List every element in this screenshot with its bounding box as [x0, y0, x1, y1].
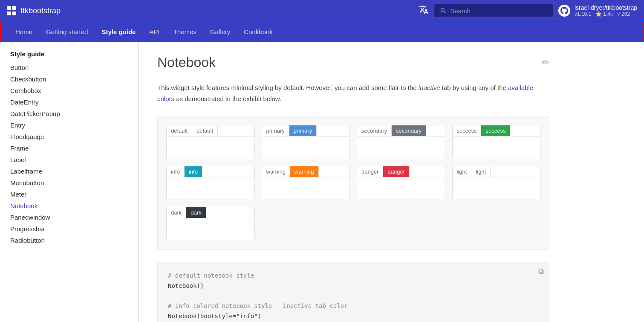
translate-icon[interactable]	[419, 5, 429, 17]
desc-part3: as demonstrated in the exhibit below.	[176, 95, 281, 102]
nb-tab-danger-2[interactable]: danger	[383, 166, 409, 177]
nb-tabs-success: success success	[453, 125, 540, 136]
sidebar-item-label[interactable]: Label	[10, 154, 126, 165]
sidebar-item-labelframe[interactable]: Labelframe	[10, 165, 126, 177]
sidebar-item-radiobutton[interactable]: Radiobutton	[10, 235, 126, 246]
copy-icon[interactable]: ⧉	[538, 267, 544, 276]
code-comment-1: # default notebook style	[168, 272, 254, 279]
logo-text: ttkbootstrap	[20, 6, 61, 15]
navbar: Home Getting started Style guide API The…	[0, 21, 644, 42]
repo-details: israel-dryer/ttkbootstrap v1.10.1 ⭐ 1.4k…	[575, 4, 637, 17]
repo-version: v1.10.1	[575, 11, 591, 17]
nb-tabs-primary: primary primary	[262, 125, 350, 136]
nb-tab-success-2[interactable]: success	[481, 125, 510, 136]
sidebar-item-panedwindow[interactable]: Panedwindow	[10, 212, 126, 223]
nb-body-danger	[357, 177, 445, 200]
sidebar-item-dateentry[interactable]: DateEntry	[10, 96, 126, 108]
nb-tab-light-1[interactable]: light	[453, 166, 472, 177]
sidebar-item-floodgauge[interactable]: Floodgauge	[10, 131, 126, 142]
nav-item-getting-started[interactable]: Getting started	[40, 26, 94, 38]
nb-tab-primary-1[interactable]: primary	[262, 125, 289, 136]
nb-tab-info-1[interactable]: info	[167, 166, 185, 177]
repo-meta: v1.10.1 ⭐ 1.4k ⑂ 262	[575, 11, 637, 17]
repo-name: israel-dryer/ttkbootstrap	[575, 4, 637, 11]
nb-tab-light-2[interactable]: light	[471, 166, 491, 177]
sidebar-item-button[interactable]: Button	[10, 62, 126, 73]
nb-tab-danger-1[interactable]: danger	[357, 166, 383, 177]
nav-item-api[interactable]: API	[143, 26, 165, 38]
nb-tab-dark-2[interactable]: dark	[186, 207, 206, 218]
sidebar-item-progressbar[interactable]: Progressbar	[10, 223, 126, 235]
main-content: Notebook ✏ This widget style features mi…	[140, 42, 566, 322]
nav-item-gallery[interactable]: Gallery	[204, 26, 237, 38]
code-block: ⧉ # default notebook style Notebook() # …	[157, 262, 549, 322]
nb-tabs-info: info info	[167, 166, 254, 177]
nb-body-default	[167, 136, 254, 159]
search-input[interactable]	[450, 7, 547, 15]
nb-tab-warning-1[interactable]: warning	[262, 166, 291, 177]
code-content: # default notebook style Notebook() # in…	[168, 271, 539, 322]
nb-tab-secondary-1[interactable]: secondary	[357, 125, 392, 136]
nb-tab-default-1[interactable]: default	[167, 125, 192, 136]
nb-tabs-dark: dark dark	[167, 207, 254, 218]
nb-body-success	[453, 136, 540, 159]
nb-tab-default-2[interactable]: default	[192, 125, 218, 136]
nb-tabs-default: default default	[167, 125, 254, 136]
nb-tab-primary-2[interactable]: primary	[289, 125, 317, 136]
sidebar-item-checkbutton[interactable]: Checkbutton	[10, 73, 126, 85]
desc-italic: inactive	[419, 84, 440, 91]
desc-part1: This widget style features minimal styli…	[157, 84, 417, 91]
page-title: Notebook	[157, 55, 216, 70]
nb-tab-success-1[interactable]: success	[453, 125, 482, 136]
nb-tab-warning-2[interactable]: warning	[290, 166, 319, 177]
page-layout: Style guide Button Checkbutton Combobox …	[0, 42, 644, 322]
nav-item-themes[interactable]: Themes	[167, 26, 202, 38]
code-comment-2: # info colored notebook style - inactive…	[168, 302, 347, 309]
description: This widget style features minimal styli…	[157, 82, 549, 104]
sidebar-item-menubutton[interactable]: Menubutton	[10, 177, 126, 189]
repo-stars: ⭐ 1.4k	[595, 11, 613, 17]
nav-item-style-guide[interactable]: Style guide	[95, 26, 142, 38]
nb-body-dark	[167, 218, 254, 241]
logo[interactable]: ttkbootstrap	[7, 6, 61, 15]
nb-card-dark: dark dark	[166, 207, 255, 241]
logo-grid-icon	[7, 6, 16, 15]
notebook-grid: default default primary primary	[166, 125, 540, 241]
edit-icon[interactable]: ✏	[542, 57, 549, 68]
nb-tabs-secondary: secondary secondary	[357, 125, 445, 136]
page-title-row: Notebook ✏	[157, 55, 549, 70]
nb-card-light: light light	[452, 166, 541, 200]
nb-body-light	[453, 177, 540, 200]
sidebar: Style guide Button Checkbutton Combobox …	[0, 42, 136, 322]
code-line-4: Notebook(bootstyle="info")	[168, 313, 261, 319]
nb-tabs-danger: danger danger	[357, 166, 445, 177]
nb-card-default: default default	[166, 125, 255, 159]
nb-card-info: info info	[166, 166, 255, 200]
code-line-2: Notebook()	[168, 282, 204, 289]
sidebar-item-combobox[interactable]: Combobox	[10, 85, 126, 96]
sidebar-item-datepickerpopup[interactable]: DatePickerPopup	[10, 108, 126, 119]
sidebar-divider	[138, 42, 139, 322]
notebook-demo: default default primary primary	[157, 116, 549, 250]
sidebar-section-title: Style guide	[10, 50, 126, 58]
nb-body-info	[167, 177, 254, 200]
nb-tabs-light: light light	[453, 166, 540, 177]
nb-card-danger: danger danger	[357, 166, 445, 200]
nb-tab-secondary-2[interactable]: secondary	[392, 125, 426, 136]
nb-card-warning: warning warning	[262, 166, 350, 200]
nb-card-secondary: secondary secondary	[357, 125, 445, 159]
sidebar-item-notebook[interactable]: Notebook	[10, 200, 126, 212]
sidebar-item-meter[interactable]: Meter	[10, 189, 126, 200]
sidebar-item-entry[interactable]: Entry	[10, 119, 126, 131]
nb-body-primary	[262, 136, 350, 159]
nb-tab-dark-1[interactable]: dark	[167, 207, 186, 218]
search-box[interactable]	[434, 4, 553, 17]
nb-tabs-warning: warning warning	[262, 166, 350, 177]
nav-item-cookbook[interactable]: Cookbook	[238, 26, 279, 38]
sidebar-item-frame[interactable]: Frame	[10, 142, 126, 154]
nav-item-home[interactable]: Home	[9, 26, 38, 38]
nb-tab-info-2[interactable]: info	[185, 166, 202, 177]
nb-card-primary: primary primary	[262, 125, 350, 159]
nb-card-success: success success	[452, 125, 541, 159]
repo-info: israel-dryer/ttkbootstrap v1.10.1 ⭐ 1.4k…	[558, 4, 637, 17]
